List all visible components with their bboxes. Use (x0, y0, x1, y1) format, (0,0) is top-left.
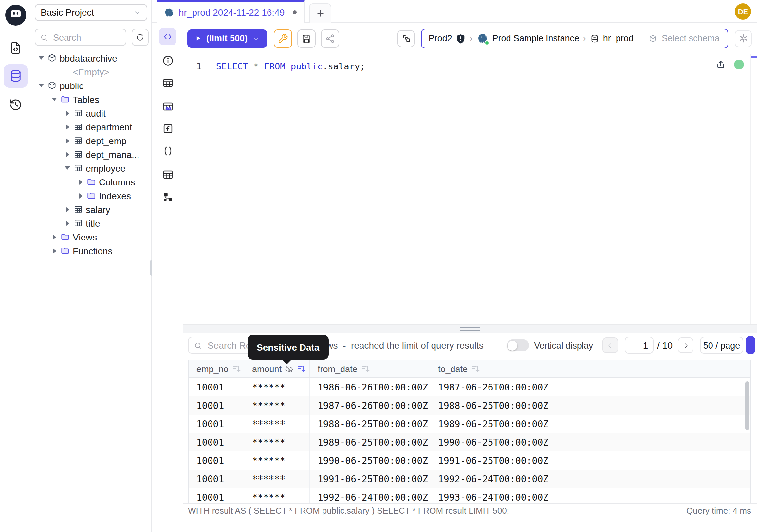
connection-breadcrumb[interactable]: Prod2 › Prod Sample Instance › (421, 28, 728, 48)
column-label: amount (252, 364, 282, 374)
cell-empty (551, 396, 750, 415)
tree-caret-icon (63, 218, 72, 228)
sql-editor[interactable]: 1 SELECT * FROM public.salary; (183, 54, 757, 324)
tree-item[interactable]: title (31, 216, 151, 230)
chevron-down-icon (252, 34, 260, 42)
database-nav-button[interactable] (4, 64, 27, 88)
tree-item[interactable]: Indexes (31, 189, 151, 203)
tab-hr-prod[interactable]: hr_prod 2024-11-22 16:49 (157, 0, 305, 23)
tree-item[interactable]: salary (31, 203, 151, 216)
cell-emp-no: 10001 (189, 396, 244, 415)
tree-caret-icon (50, 67, 59, 76)
refresh-schema-button[interactable] (132, 29, 149, 46)
unsaved-dot-icon (292, 11, 296, 15)
executed-sql: WITH result AS ( SELECT * FROM public.sa… (188, 506, 509, 516)
tree-caret-icon (63, 205, 72, 214)
add-tab-button[interactable] (309, 3, 331, 23)
sidebar-search-field[interactable] (52, 32, 121, 43)
table-row[interactable]: 10001 ****** 1989-06-25T00:00:00Z 1990-0… (189, 433, 750, 452)
select-schema-button[interactable]: Select schema (641, 33, 728, 43)
ai-assistant-button[interactable] (735, 30, 752, 47)
cell-from-date: 1986-06-26T00:00:00Z (310, 378, 430, 396)
vertical-display-toggle[interactable] (506, 339, 529, 351)
breadcrumb-separator: › (583, 33, 586, 43)
table-icon (162, 168, 174, 180)
tree-item[interactable]: Views (31, 230, 151, 244)
tree-item-label: dept_mana... (86, 149, 139, 160)
tree-caret-icon (76, 191, 85, 200)
cell-to-date: 1991-06-25T00:00:00Z (430, 452, 551, 470)
tree-item[interactable]: <Empty> (31, 65, 151, 78)
cell-from-date: 1991-06-25T00:00:00Z (310, 470, 430, 488)
results-panel: 500 rows - reached the limit of query re… (183, 333, 757, 517)
page-input[interactable] (625, 339, 652, 351)
breadcrumb-separator: › (470, 33, 473, 43)
tree-item[interactable]: Tables (31, 92, 151, 106)
share-button[interactable] (321, 29, 339, 47)
table-row[interactable]: 10001 ****** 1986-06-26T00:00:00Z 1987-0… (189, 378, 750, 396)
run-query-button[interactable]: (limit 500) (187, 29, 267, 47)
table-search-panel-button[interactable] (159, 98, 176, 115)
format-sql-button[interactable] (274, 29, 292, 47)
procedures-panel-button[interactable] (159, 142, 176, 159)
project-select[interactable]: Basic Project (35, 4, 147, 21)
cell-emp-no: 10001 (189, 415, 244, 433)
tree-item[interactable]: department (31, 120, 151, 134)
info-panel-button[interactable] (159, 52, 176, 69)
user-avatar[interactable]: DE (735, 3, 751, 20)
history-nav-button[interactable] (4, 93, 27, 117)
prev-page-button[interactable] (602, 337, 618, 353)
batch-query-button[interactable] (398, 30, 415, 47)
environment-label: Prod2 (429, 33, 452, 43)
table-scrollbar-thumb[interactable] (745, 381, 749, 430)
page-size-select[interactable]: 50 / page (700, 337, 743, 354)
next-page-button[interactable] (678, 337, 693, 353)
tree-item-label: employee (86, 163, 125, 173)
column-header[interactable]: emp_no (189, 360, 244, 377)
tree-caret-icon (50, 95, 59, 104)
editor-panel-toggle[interactable] (159, 28, 176, 45)
search-icon (194, 341, 202, 350)
tree-item-icon (60, 232, 70, 242)
column-header[interactable]: amount (244, 360, 310, 377)
tree-item[interactable]: audit (31, 106, 151, 120)
table-row[interactable]: 10001 ****** 1991-06-25T00:00:00Z 1992-0… (189, 470, 750, 488)
tree-item[interactable]: dept_mana... (31, 147, 151, 161)
table-row[interactable]: 10001 ****** 1987-06-26T00:00:00Z 1988-0… (189, 396, 750, 415)
rail-divider (5, 33, 26, 33)
tree-item[interactable]: bbdataarchive (31, 51, 151, 65)
tree-item[interactable]: Functions (31, 244, 151, 258)
tree-item-icon (60, 67, 70, 77)
tree-item[interactable]: public (31, 78, 151, 92)
cell-amount-masked: ****** (244, 396, 310, 415)
cell-emp-no: 10001 (189, 433, 244, 452)
functions-panel-button[interactable] (159, 120, 176, 137)
save-sheet-button[interactable] (297, 29, 316, 47)
tree-item-icon (73, 122, 83, 132)
bytebase-logo[interactable] (5, 4, 27, 26)
breadcrumb-main: Prod2 › Prod Sample Instance › (422, 32, 640, 44)
editor-actions (715, 59, 744, 70)
tree-item-label: Tables (73, 94, 99, 105)
table-row[interactable]: 10001 ****** 1990-06-25T00:00:00Z 1991-0… (189, 452, 750, 470)
column-header[interactable]: from_date (310, 360, 430, 377)
column-label: from_date (318, 364, 357, 374)
worksheet-nav-button[interactable] (4, 36, 27, 60)
tables-panel-button[interactable] (159, 74, 176, 91)
connection-ready-dot (734, 60, 744, 70)
cell-to-date: 1989-06-25T00:00:00Z (430, 415, 551, 433)
sidebar-search-input[interactable] (35, 29, 126, 46)
export-button[interactable] (746, 336, 755, 355)
schema-diagram-button[interactable] (159, 188, 176, 205)
cell-to-date: 1990-06-25T00:00:00Z (430, 433, 551, 452)
table-row[interactable]: 10001 ****** 1988-06-25T00:00:00Z 1989-0… (189, 415, 750, 433)
cell-empty (551, 470, 750, 488)
column-header[interactable]: to_date (430, 360, 551, 377)
upload-icon[interactable] (715, 59, 726, 70)
tree-item[interactable]: Columns (31, 175, 151, 189)
tree-item[interactable]: employee (31, 161, 151, 175)
batch-icon (402, 33, 411, 43)
external-tables-panel-button[interactable] (159, 166, 176, 183)
tree-item[interactable]: dept_emp (31, 134, 151, 147)
panel-resize-handle[interactable] (183, 324, 757, 333)
